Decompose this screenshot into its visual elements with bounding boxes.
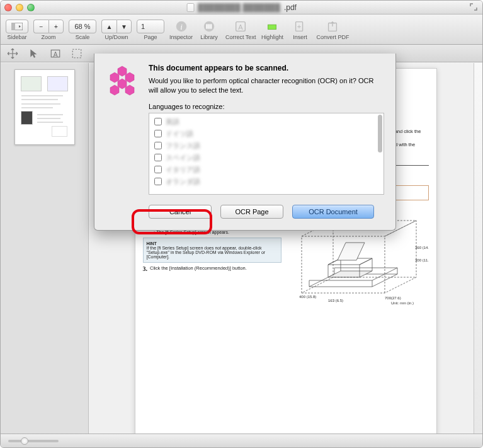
select-tool-icon[interactable] <box>71 48 82 59</box>
svg-text:+: + <box>297 23 301 30</box>
svg-text:400 (15.8): 400 (15.8) <box>299 295 316 299</box>
dialog-heading: This document appears to be scanned. <box>149 64 384 72</box>
language-row[interactable]: オランダ語 <box>152 176 381 188</box>
svg-marker-27 <box>110 85 119 95</box>
insert-button[interactable]: + <box>288 20 311 33</box>
fullscreen-icon[interactable] <box>470 3 477 11</box>
svg-marker-26 <box>118 79 127 89</box>
svg-text:A: A <box>54 50 58 57</box>
library-button[interactable] <box>198 20 220 33</box>
cancel-button[interactable]: Cancel <box>149 205 212 219</box>
svg-rect-7 <box>210 24 212 28</box>
svg-text:163 (6.5): 163 (6.5) <box>328 299 343 302</box>
svg-rect-10 <box>268 25 276 29</box>
step-sub: ⇨ The [fi Series Setup] screen appears. <box>152 230 281 235</box>
svg-text:360 (14.2): 360 (14.2) <box>415 246 429 250</box>
sidebar-toggle-button[interactable] <box>6 20 28 33</box>
languages-label: Languages to recognize: <box>149 103 384 110</box>
page-thumbnail[interactable] <box>14 69 75 145</box>
language-row[interactable]: ドイツ語 <box>152 128 381 140</box>
minimize-window-button[interactable] <box>16 4 23 11</box>
ocr-dialog: This document appears to be scanned. Wou… <box>94 54 396 231</box>
step-text: Click the [Installation (Recommended)] b… <box>150 265 247 272</box>
correct-label: Correct Text <box>225 34 256 40</box>
pointer-tool-icon[interactable] <box>28 48 40 59</box>
page-down-button[interactable]: ▼ <box>116 20 132 33</box>
hint-box: HINT If the [fi Series Setup] screen doe… <box>143 238 281 263</box>
page-input[interactable]: 1 <box>137 20 164 33</box>
svg-rect-16 <box>72 49 81 58</box>
zoom-slider-thumb[interactable] <box>21 437 28 445</box>
svg-text:A: A <box>239 23 244 31</box>
sidebar-label: Sidebar <box>7 34 26 40</box>
svg-rect-6 <box>208 24 210 28</box>
document-icon <box>186 3 194 12</box>
svg-rect-5 <box>206 24 207 28</box>
thumbnail-sidebar <box>1 63 89 434</box>
svg-text:700(27.6): 700(27.6) <box>385 296 401 300</box>
library-label: Library <box>200 34 218 40</box>
app-icon <box>106 64 139 96</box>
window-controls <box>4 4 35 11</box>
language-checkbox[interactable] <box>154 166 162 173</box>
ocr-document-button[interactable]: OCR Document <box>292 205 374 219</box>
scanner-diagram: 400 (15.8) 163 (6.5) 700(27.6) 360 (14.2… <box>290 217 429 306</box>
toolbar: Sidebar − + Zoom 68 % Scale ▲ ▼ Up/Down … <box>1 14 482 45</box>
correct-text-button[interactable]: A <box>229 20 252 33</box>
svg-text:i: i <box>180 23 183 32</box>
svg-marker-28 <box>125 85 134 95</box>
app-window: ████████ ███████ .pdf Sidebar − + Zoom 6… <box>0 0 483 448</box>
inspector-button[interactable]: i <box>170 20 193 33</box>
highlight-label: Highlight <box>261 34 283 40</box>
convert-pdf-button[interactable] <box>321 20 344 33</box>
convert-label: Convert PDF <box>316 34 349 40</box>
language-row[interactable]: フランス語 <box>152 140 381 152</box>
svg-marker-25 <box>125 72 134 83</box>
svg-marker-24 <box>110 72 119 83</box>
titlebar: ████████ ███████ .pdf <box>1 1 482 14</box>
svg-rect-1 <box>11 23 15 30</box>
highlight-button[interactable] <box>261 20 283 33</box>
zoom-out-button[interactable]: − <box>33 20 48 33</box>
filename-blurred: ████████ ███████ <box>198 3 280 12</box>
scale-input[interactable]: 68 % <box>69 20 96 33</box>
hint-heading: HINT <box>147 241 157 246</box>
list-scrollbar[interactable] <box>378 115 382 152</box>
text-tool-icon[interactable]: A <box>50 48 61 59</box>
inspector-label: Inspector <box>169 34 193 40</box>
updown-label: Up/Down <box>105 34 128 40</box>
statusbar <box>1 434 482 447</box>
zoom-slider[interactable] <box>8 440 59 442</box>
dialog-body-text: Would you like to perform optical charac… <box>149 76 384 95</box>
language-row[interactable]: スペイン語 <box>152 152 381 164</box>
zoom-in-button[interactable]: + <box>48 20 64 33</box>
page-up-button[interactable]: ▲ <box>101 20 116 33</box>
close-window-button[interactable] <box>4 4 12 11</box>
language-checkbox[interactable] <box>154 130 162 137</box>
window-title: ████████ ███████ .pdf <box>186 3 297 12</box>
language-checkbox[interactable] <box>154 154 162 161</box>
zoom-window-button[interactable] <box>27 4 35 11</box>
hint-text: If the [fi Series Setup] screen does not… <box>147 246 266 259</box>
language-checkbox[interactable] <box>154 118 162 125</box>
ocr-page-button[interactable]: OCR Page <box>220 205 283 219</box>
scale-label: Scale <box>76 34 90 40</box>
svg-text:300 (11.8): 300 (11.8) <box>415 258 429 262</box>
svg-text:Unit: mm (in.): Unit: mm (in.) <box>391 301 414 305</box>
svg-marker-23 <box>118 66 127 76</box>
insert-label: Insert <box>293 34 307 40</box>
vertical-scrollbar[interactable] <box>474 63 482 434</box>
move-tool-icon[interactable] <box>7 48 18 59</box>
filename-suffix: .pdf <box>284 3 297 12</box>
language-row[interactable]: 英語 <box>152 116 381 128</box>
language-checkbox[interactable] <box>154 178 162 185</box>
language-row[interactable]: イタリア語 <box>152 164 381 176</box>
language-checkbox[interactable] <box>154 142 162 149</box>
page-label: Page <box>144 34 157 40</box>
zoom-label: Zoom <box>41 34 55 40</box>
languages-list[interactable]: 英語 ドイツ語 フランス語 スペイン語 イタリア語 オランダ語 <box>149 113 384 195</box>
